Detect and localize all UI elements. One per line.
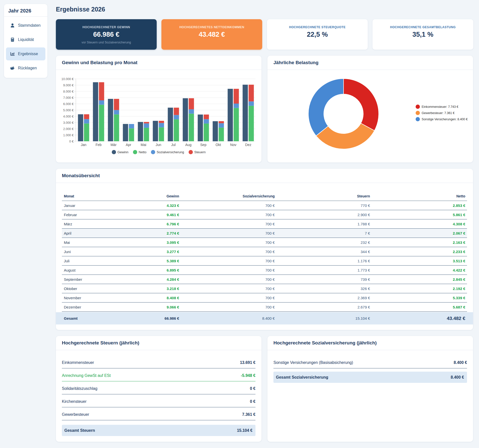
svg-text:Jan: Jan [81,143,87,147]
svg-text:6.000 €: 6.000 € [63,102,74,106]
svg-text:Jul: Jul [171,143,176,147]
svg-text:Mai: Mai [141,143,146,147]
svg-text:Okt: Okt [216,143,221,147]
svg-text:Nov: Nov [230,143,237,147]
svg-text:1.000 €: 1.000 € [63,134,74,137]
svg-text:9.000 €: 9.000 € [63,84,74,87]
svg-text:8.000 €: 8.000 € [63,90,74,93]
svg-text:Jun: Jun [156,143,161,147]
svg-text:5.000 €: 5.000 € [63,109,74,112]
svg-text:Apr: Apr [126,143,131,147]
svg-text:Feb: Feb [96,143,102,147]
svg-text:Mär: Mär [111,143,117,147]
svg-text:4.000 €: 4.000 € [63,115,74,118]
svg-text:Sep: Sep [200,143,207,147]
svg-text:7.000 €: 7.000 € [63,96,74,100]
svg-text:Aug: Aug [185,143,192,147]
svg-text:3.000 €: 3.000 € [63,121,74,125]
svg-text:Dez: Dez [245,143,251,147]
svg-text:0 €: 0 € [69,140,74,143]
svg-text:2.000 €: 2.000 € [63,127,74,131]
svg-text:10.000 €: 10.000 € [61,77,74,81]
